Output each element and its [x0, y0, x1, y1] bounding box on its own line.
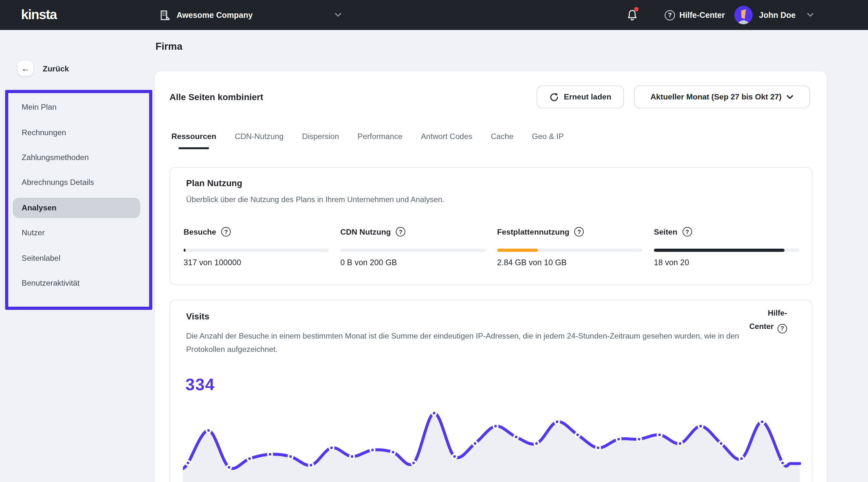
- user-name: John Doe: [759, 10, 796, 20]
- topbar: kinsta Awesome Company: [0, 0, 868, 30]
- analytics-tabs: Ressourcen CDN-Nutzung Dispersion Perfor…: [172, 132, 564, 149]
- sidebar-item-seitenlabel[interactable]: Seitenlabel: [22, 254, 61, 263]
- question-circle-icon[interactable]: ?: [396, 227, 405, 237]
- kinsta-logo: kinsta: [21, 7, 57, 22]
- metric-label: CDN Nutzung: [340, 227, 391, 236]
- metric-label: Besuche: [184, 227, 216, 236]
- metric-festplattennutzung: Festplattennutzung ? 2.84 GB von 10 GB: [497, 227, 642, 267]
- sidebar-item-benutzeraktivitaet[interactable]: Benutzeraktivität: [22, 279, 80, 288]
- kinsta-dashboard: kinsta Awesome Company: [0, 0, 868, 482]
- metric-value: 317 von 100000: [184, 258, 329, 267]
- user-menu[interactable]: John Doe: [734, 0, 814, 30]
- metric-value: 2.84 GB von 10 GB: [497, 258, 642, 267]
- chevron-down-icon: [335, 13, 342, 17]
- avatar: [734, 6, 753, 24]
- sidebar-item-rechnungen[interactable]: Rechnungen: [22, 128, 66, 137]
- help-line-1: Hilfe-: [768, 309, 787, 318]
- reload-button[interactable]: Erneut laden: [537, 85, 624, 109]
- sidebar-item-nutzer[interactable]: Nutzer: [22, 228, 44, 237]
- back-button[interactable]: ←: [18, 61, 33, 76]
- plan-usage-card: [169, 167, 812, 285]
- tab-antwort-codes[interactable]: Antwort Codes: [421, 132, 472, 149]
- progress-track: [654, 249, 799, 252]
- chevron-down-icon: [807, 13, 814, 17]
- metric-value: 0 B von 200 GB: [340, 258, 486, 267]
- page-title: Firma: [155, 41, 182, 52]
- metric-seiten: Seiten ? 18 von 20: [654, 227, 799, 267]
- visits-description: Die Anzahl der Besuche in einem bestimmt…: [186, 330, 755, 356]
- company-name: Awesome Company: [177, 10, 253, 20]
- notification-dot: [634, 7, 639, 11]
- metric-label: Seiten: [654, 227, 677, 236]
- notifications-button[interactable]: [626, 9, 640, 23]
- tab-performance[interactable]: Performance: [358, 132, 402, 149]
- building-icon: [159, 9, 171, 21]
- question-circle-icon: ?: [665, 10, 675, 20]
- combined-sites-title: Alle Seiten kombiniert: [169, 92, 263, 102]
- sidebar-item-zahlungsmethoden[interactable]: Zahlungsmethoden: [22, 153, 89, 162]
- progress-fill: [184, 249, 186, 252]
- metric-besuche: Besuche ? 317 von 100000: [184, 227, 329, 267]
- tab-dispersion[interactable]: Dispersion: [302, 132, 339, 149]
- question-circle-icon: ?: [777, 324, 787, 333]
- sidebar-item-analysen[interactable]: Analysen: [22, 203, 56, 212]
- reload-label: Erneut laden: [564, 92, 612, 101]
- tab-cdn-nutzung[interactable]: CDN-Nutzung: [235, 132, 284, 149]
- plan-usage-title: Plan Nutzung: [186, 179, 242, 188]
- visits-title: Visits: [186, 312, 209, 321]
- help-center-label: Hilfe-Center: [679, 10, 725, 20]
- company-selector[interactable]: Awesome Company: [159, 0, 342, 30]
- help-center-link[interactable]: ? Hilfe-Center: [665, 0, 725, 30]
- progress-track: [340, 249, 486, 252]
- tab-geo-ip[interactable]: Geo & IP: [532, 132, 564, 149]
- period-selector[interactable]: Aktueller Monat (Sep 27 bis Okt 27): [634, 85, 810, 109]
- chevron-down-icon: [787, 95, 794, 99]
- question-circle-icon[interactable]: ?: [221, 227, 231, 237]
- visits-line-chart[interactable]: [183, 402, 801, 482]
- plan-usage-subtitle: Überblick über die Nutzung des Plans in …: [186, 195, 444, 204]
- period-label: Aktueller Monat (Sep 27 bis Okt 27): [650, 92, 781, 101]
- back-arrow-icon: ←: [21, 63, 30, 73]
- metric-value: 18 von 20: [654, 258, 799, 267]
- progress-fill: [654, 249, 784, 252]
- refresh-icon: [549, 92, 559, 102]
- sidebar-item-mein-plan[interactable]: Mein Plan: [22, 102, 56, 111]
- visits-total: 334: [185, 375, 215, 395]
- progress-track: [497, 249, 642, 252]
- metric-cdn-nutzung: CDN Nutzung ? 0 B von 200 GB: [340, 227, 486, 267]
- progress-track: [184, 249, 329, 252]
- metric-label: Festplattennutzung: [497, 227, 569, 236]
- progress-fill: [497, 249, 538, 252]
- sidebar-item-abrechnungs-details[interactable]: Abrechnungs Details: [22, 178, 94, 187]
- plan-usage-metrics: Besuche ? 317 von 100000 CDN Nutzung ? 0…: [184, 227, 799, 267]
- question-circle-icon[interactable]: ?: [575, 227, 584, 237]
- question-circle-icon[interactable]: ?: [683, 227, 692, 237]
- visits-card: [169, 300, 812, 482]
- back-label: Zurück: [43, 64, 69, 73]
- tab-cache[interactable]: Cache: [491, 132, 513, 149]
- tab-ressourcen[interactable]: Ressourcen: [172, 132, 216, 149]
